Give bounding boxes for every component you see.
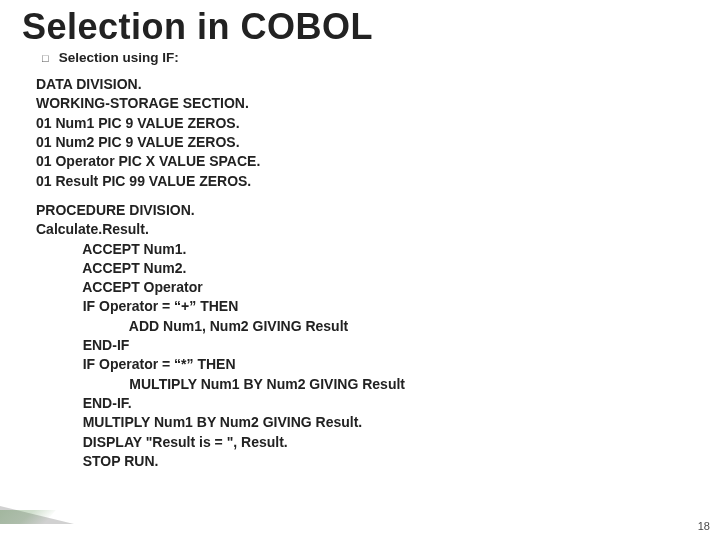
page-number: 18: [698, 520, 710, 532]
slide-title: Selection in COBOL: [0, 0, 720, 48]
subtitle-row: □ Selection using IF:: [0, 48, 720, 65]
subtitle-text: Selection using IF:: [59, 50, 179, 65]
bullet-icon: □: [42, 52, 49, 64]
code-block-procedure-division: PROCEDURE DIVISION. Calculate.Result. AC…: [0, 191, 720, 471]
code-block-data-division: DATA DIVISION. WORKING-STORAGE SECTION. …: [0, 65, 720, 191]
